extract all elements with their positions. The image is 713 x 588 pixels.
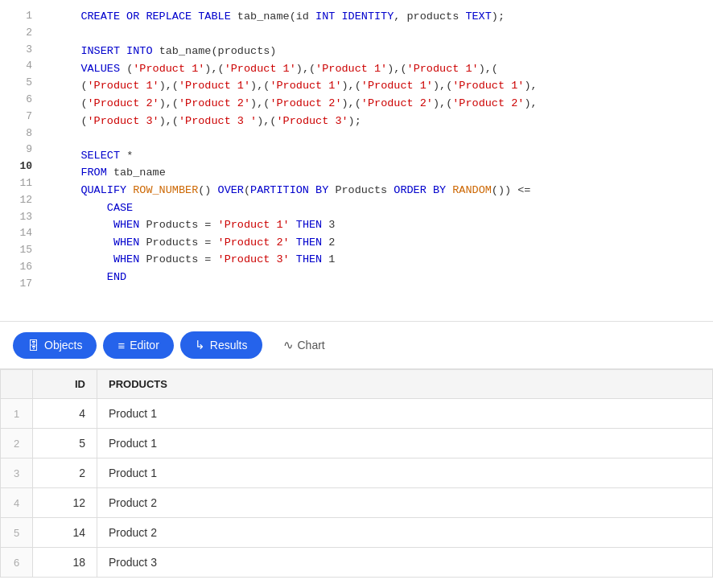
- code-line: [55, 130, 700, 147]
- code-line: WHEN Products = 'Product 2' THEN 2: [55, 234, 700, 252]
- table-row: 25Product 1: [1, 429, 713, 458]
- line-number: 15: [10, 242, 32, 259]
- results-area: ID PRODUCTS 14Product 125Product 132Prod…: [0, 369, 713, 578]
- line-number: 6: [10, 92, 32, 109]
- editor-tab-button[interactable]: ≡ Editor: [103, 332, 173, 359]
- code-line: [55, 26, 700, 43]
- editor-tab-label: Editor: [130, 339, 159, 352]
- line-number: 16: [10, 259, 32, 276]
- objects-tab-label: Objects: [44, 339, 82, 352]
- table-row: 32Product 1: [1, 458, 713, 488]
- code-line: CREATE OR REPLACE TABLE tab_name(id INT …: [55, 8, 700, 26]
- code-line: ('Product 1'),('Product 1'),('Product 1'…: [55, 77, 700, 95]
- code-line: ('Product 2'),('Product 2'),('Product 2'…: [55, 95, 700, 113]
- code-line: INSERT INTO tab_name(products): [55, 43, 700, 60]
- code-line: WHEN Products = 'Product 1' THEN 3: [55, 216, 700, 234]
- line-number: 4: [10, 58, 32, 75]
- line-number: 14: [10, 225, 32, 242]
- col-header-products: PRODUCTS: [97, 370, 713, 399]
- product-cell: Product 1: [97, 458, 713, 488]
- code-line: ('Product 3'),('Product 3 '),('Product 3…: [55, 113, 700, 130]
- table-row: 514Product 2: [1, 518, 713, 548]
- code-line: WHEN Products = 'Product 3' THEN 1: [55, 251, 700, 269]
- line-number: 12: [10, 192, 32, 209]
- code-editor[interactable]: 1234567891011121314151617 CREATE OR REPL…: [0, 0, 713, 322]
- code-line: FROM tab_name: [55, 164, 700, 182]
- code-content: CREATE OR REPLACE TABLE tab_name(id INT …: [42, 8, 713, 303]
- table-row: 14Product 1: [1, 399, 713, 429]
- line-number: 13: [10, 209, 32, 226]
- line-number: 2: [10, 25, 32, 42]
- col-header-id: ID: [33, 370, 97, 399]
- row-number-cell: 3: [1, 458, 33, 488]
- results-icon: ↳: [195, 338, 205, 352]
- code-line: CASE: [55, 199, 700, 217]
- table-row: 618Product 3: [1, 548, 713, 578]
- id-cell: 14: [33, 518, 97, 548]
- line-number: 11: [10, 175, 32, 192]
- product-cell: Product 1: [97, 429, 713, 458]
- code-line: QUALIFY ROW_NUMBER() OVER(PARTITION BY P…: [55, 182, 700, 199]
- chart-icon: ∿: [283, 338, 294, 352]
- line-number: 9: [10, 142, 32, 158]
- line-numbers: 1234567891011121314151617: [0, 8, 42, 303]
- chart-tab-label: Chart: [298, 339, 325, 352]
- col-header-rownum: [1, 370, 33, 399]
- line-number: 1: [10, 8, 32, 25]
- row-number-cell: 4: [1, 488, 33, 518]
- row-number-cell: 5: [1, 518, 33, 548]
- code-line: END: [55, 269, 700, 286]
- table-row: 412Product 2: [1, 488, 713, 518]
- line-number: 7: [10, 109, 32, 125]
- toolbar: 🗄 Objects ≡ Editor ↳ Results ∿ Chart: [0, 322, 713, 369]
- id-cell: 12: [33, 488, 97, 518]
- results-tab-button[interactable]: ↳ Results: [180, 331, 262, 359]
- row-number-cell: 6: [1, 548, 33, 578]
- line-number: 5: [10, 75, 32, 92]
- code-line: [55, 286, 700, 304]
- id-cell: 2: [33, 458, 97, 488]
- line-number: 17: [10, 276, 32, 293]
- id-cell: 18: [33, 548, 97, 578]
- line-number: 3: [10, 42, 32, 59]
- row-number-cell: 2: [1, 429, 33, 458]
- row-number-cell: 1: [1, 399, 33, 429]
- product-cell: Product 2: [97, 488, 713, 518]
- code-line: VALUES ('Product 1'),('Product 1'),('Pro…: [55, 60, 700, 78]
- id-cell: 4: [33, 399, 97, 429]
- results-table: ID PRODUCTS 14Product 125Product 132Prod…: [0, 369, 713, 578]
- database-icon: 🗄: [27, 339, 39, 352]
- line-number: 10: [10, 158, 32, 175]
- results-table-wrap: ID PRODUCTS 14Product 125Product 132Prod…: [0, 369, 713, 578]
- id-cell: 5: [33, 429, 97, 458]
- chart-tab-button[interactable]: ∿ Chart: [272, 331, 336, 359]
- product-cell: Product 1: [97, 399, 713, 429]
- line-number: 8: [10, 125, 32, 142]
- objects-tab-button[interactable]: 🗄 Objects: [13, 332, 97, 359]
- editor-icon: ≡: [117, 339, 125, 352]
- product-cell: Product 2: [97, 518, 713, 548]
- product-cell: Product 3: [97, 548, 713, 578]
- results-tab-label: Results: [210, 339, 248, 352]
- code-line: SELECT *: [55, 147, 700, 165]
